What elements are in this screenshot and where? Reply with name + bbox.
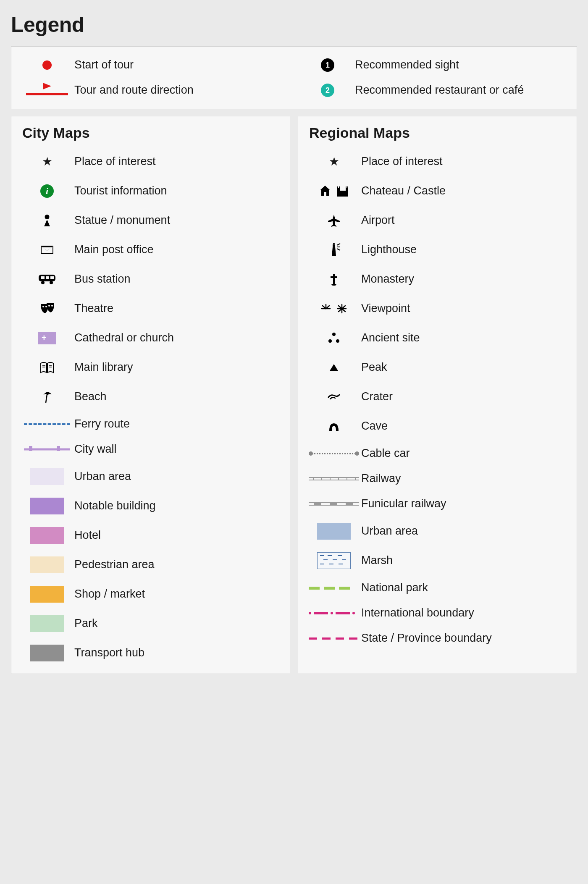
legend-row: Cable car <box>307 441 568 466</box>
legend-row: Ferry route <box>20 412 281 437</box>
legend-row: Urban area <box>20 462 281 491</box>
legend-label: Chateau / Castle <box>361 184 568 197</box>
legend-label: Notable building <box>74 499 281 512</box>
hotel-swatch <box>20 527 74 544</box>
legend-row: Tour and route direction <box>20 78 288 103</box>
peak-icon <box>307 364 361 371</box>
crater-icon <box>307 392 361 401</box>
legend-title: Legend <box>11 13 577 37</box>
legend-row: Beach <box>20 382 281 412</box>
city-wall-icon <box>20 446 74 453</box>
legend-row: Funicular railway <box>307 491 568 517</box>
cave-icon <box>307 421 361 432</box>
legend-label: Urban area <box>74 470 281 483</box>
ferry-route-icon <box>20 423 74 425</box>
legend-label: Hotel <box>74 529 281 542</box>
urban-area-swatch <box>20 468 74 485</box>
national-park-icon <box>307 587 361 590</box>
legend-label: Tour and route direction <box>74 84 288 97</box>
svg-point-4 <box>41 281 45 284</box>
legend-row: Marsh <box>307 546 568 575</box>
recommended-food-icon: 2 <box>300 84 355 97</box>
svg-rect-32 <box>331 276 337 278</box>
legend-label: Pedestrian area <box>74 558 281 571</box>
legend-page: Legend Start of tour Tour and route dire… <box>0 0 588 687</box>
start-of-tour-icon <box>20 60 74 70</box>
legend-label: Shop / market <box>74 588 281 601</box>
legend-row: Main library <box>20 353 281 382</box>
legend-label: Peak <box>361 361 568 374</box>
legend-label: Recommended sight <box>355 58 568 71</box>
legend-row: 1 Recommended sight <box>300 52 568 78</box>
legend-row: Statue / monument <box>20 206 281 235</box>
railway-icon <box>307 477 361 480</box>
regional-maps-panel: Regional Maps ★ Place of interest Chatea… <box>298 116 577 674</box>
tour-direction-icon <box>20 83 74 98</box>
legend-row: Cave <box>307 412 568 441</box>
post-office-icon <box>20 246 74 254</box>
legend-row: Airport <box>307 206 568 235</box>
theatre-icon <box>20 302 74 315</box>
legend-label: Viewpoint <box>361 302 568 315</box>
svg-rect-23 <box>346 186 346 188</box>
legend-row: Monastery <box>307 265 568 294</box>
legend-label: Transport hub <box>74 646 281 659</box>
recommended-sight-icon: 1 <box>300 58 355 72</box>
svg-point-6 <box>42 306 44 307</box>
legend-row: Lighthouse <box>307 235 568 265</box>
regional-maps-title: Regional Maps <box>309 125 568 141</box>
legend-row: Bus station <box>20 265 281 294</box>
legend-label: Tourist information <box>74 184 281 197</box>
svg-rect-3 <box>50 276 54 279</box>
legend-label: Main post office <box>74 243 281 256</box>
svg-rect-21 <box>337 186 338 188</box>
legend-label: Recommended restaurant or café <box>355 84 568 97</box>
svg-point-5 <box>50 281 53 284</box>
tour-panel: Start of tour Tour and route direction 1… <box>11 46 577 109</box>
legend-label: Funicular railway <box>361 497 568 510</box>
legend-label: Theatre <box>74 302 281 315</box>
legend-row: Railway <box>307 466 568 491</box>
legend-row: Cathedral or church <box>20 323 281 353</box>
star-icon: ★ <box>307 156 361 168</box>
beach-icon <box>20 390 74 404</box>
legend-label: Cathedral or church <box>74 331 281 344</box>
intl-boundary-icon <box>307 612 361 614</box>
viewpoint-icon <box>307 303 361 314</box>
city-maps-panel: City Maps ★ Place of interest i Tourist … <box>11 116 290 674</box>
legend-label: International boundary <box>361 606 568 619</box>
legend-label: Crater <box>361 390 568 403</box>
svg-rect-26 <box>333 244 335 247</box>
legend-row: 2 Recommended restaurant or café <box>300 78 568 103</box>
svg-point-7 <box>45 306 47 307</box>
legend-row: Start of tour <box>20 52 288 78</box>
svg-marker-25 <box>332 247 336 256</box>
legend-label: Ancient site <box>361 331 568 344</box>
legend-row: ★ Place of interest <box>20 147 281 176</box>
legend-label: Statue / monument <box>74 214 281 227</box>
legend-row: City wall <box>20 437 281 462</box>
svg-rect-20 <box>340 191 346 197</box>
legend-label: State / Province boundary <box>361 632 568 645</box>
legend-label: Start of tour <box>74 58 288 71</box>
monastery-icon <box>307 273 361 286</box>
svg-rect-17 <box>324 192 326 196</box>
legend-label: Marsh <box>361 554 568 567</box>
city-maps-title: City Maps <box>22 125 281 141</box>
star-icon: ★ <box>20 156 74 168</box>
legend-label: Cable car <box>361 447 568 460</box>
svg-rect-24 <box>347 186 348 188</box>
legend-label: Airport <box>361 214 568 227</box>
state-boundary-icon <box>307 637 361 640</box>
chateau-castle-icon <box>307 186 361 197</box>
legend-label: Beach <box>74 390 281 403</box>
legend-label: Ferry route <box>74 417 281 430</box>
legend-label: Lighthouse <box>361 243 568 256</box>
funicular-icon <box>307 502 361 506</box>
legend-row: Ancient site <box>307 323 568 353</box>
shop-swatch <box>20 586 74 603</box>
svg-rect-2 <box>46 276 49 279</box>
statue-icon <box>20 215 74 226</box>
tour-right: 1 Recommended sight 2 Recommended restau… <box>300 52 568 103</box>
legend-row: i Tourist information <box>20 176 281 206</box>
